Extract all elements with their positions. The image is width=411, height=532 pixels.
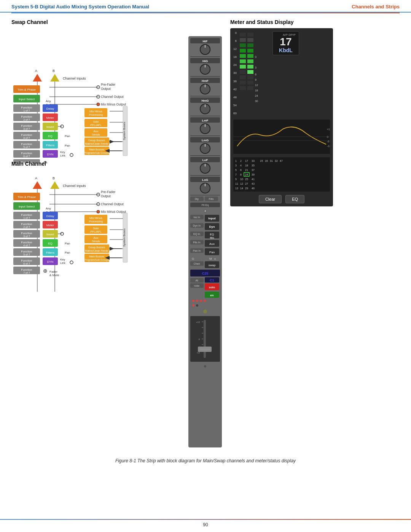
- svg-marker-94: [33, 181, 42, 189]
- svg-text:Trim & Phase: Trim & Phase: [18, 195, 36, 199]
- header-right-text: Channels and Strips: [352, 4, 400, 10]
- svg-text:LoF: LoF: [202, 158, 208, 162]
- svg-text:33: 33: [252, 160, 255, 162]
- svg-text:DYN: DYN: [47, 260, 54, 264]
- svg-text:2 of 7: 2 of 7: [23, 226, 30, 228]
- svg-text:Function: Function: [21, 268, 32, 272]
- svg-point-278: [192, 304, 194, 307]
- svg-text:swap: swap: [209, 264, 216, 267]
- svg-text:5 of 7: 5 of 7: [23, 253, 30, 256]
- eq-button[interactable]: EQ: [285, 195, 304, 203]
- level-value-large: 17: [276, 37, 296, 47]
- svg-point-277: [204, 300, 206, 302]
- svg-text:Dly: Dly: [195, 198, 199, 201]
- svg-rect-314: [247, 81, 253, 85]
- svg-rect-313: [247, 75, 253, 79]
- svg-text:Sends: Sends: [92, 240, 100, 243]
- svg-text:M: M: [209, 257, 212, 260]
- svg-rect-310: [247, 59, 253, 63]
- svg-text:Mix Minus: Mix Minus: [89, 110, 102, 113]
- svg-rect-308: [247, 49, 253, 53]
- svg-text:Pan: Pan: [209, 251, 215, 254]
- svg-text:Function: Function: [21, 152, 32, 155]
- svg-text:12: 12: [255, 84, 258, 86]
- svg-text:DYN: DYN: [47, 153, 54, 156]
- svg-text:Channel Inputs: Channel Inputs: [63, 77, 86, 80]
- svg-text:43: 43: [252, 182, 255, 185]
- svg-rect-312: [247, 70, 253, 74]
- svg-point-280: [203, 310, 207, 313]
- svg-point-78: [70, 153, 73, 157]
- svg-point-275: [196, 300, 198, 302]
- svg-text:HmG: HmG: [201, 99, 209, 102]
- svg-text:en: en: [210, 294, 213, 297]
- svg-text:-12: -12: [196, 351, 200, 354]
- svg-text:5 of 7: 5 of 7: [23, 146, 30, 149]
- svg-text:11: 11: [235, 182, 238, 185]
- svg-text:Sends: Sends: [92, 133, 100, 136]
- svg-text:Delay: Delay: [46, 214, 54, 218]
- svg-text:G: G: [192, 257, 194, 260]
- meter-status-title: Meter and Status Display: [230, 19, 400, 25]
- svg-text:12: 12: [240, 182, 243, 185]
- svg-text:10: 10: [240, 178, 243, 181]
- svg-text:A: A: [35, 176, 37, 180]
- svg-point-170: [70, 261, 73, 264]
- svg-rect-220: [190, 175, 220, 176]
- main-channel-title: Main Channel: [11, 161, 181, 167]
- svg-text:Ins In: Ins In: [193, 216, 200, 219]
- svg-text:3: 3: [235, 164, 237, 167]
- header-left-text: System 5-B Digital Audio Mixing System O…: [11, 4, 149, 10]
- svg-text:Aux: Aux: [94, 129, 99, 133]
- svg-text:Dyn: Dyn: [209, 225, 215, 228]
- svg-text:Input Select: Input Select: [19, 97, 35, 101]
- svg-text:Pan: Pan: [65, 144, 70, 147]
- svg-text:B: B: [53, 69, 55, 73]
- svg-point-276: [200, 300, 202, 302]
- svg-text:4 of 7: 4 of 7: [23, 137, 30, 139]
- svg-text:14: 14: [240, 187, 243, 190]
- svg-text:Aux: Aux: [94, 236, 99, 240]
- svg-text:Pan: Pan: [65, 134, 70, 138]
- svg-text:System Buses: System Buses: [123, 122, 126, 140]
- svg-text:Main Busses: Main Busses: [89, 148, 105, 151]
- eq-controls: Clear EQ: [233, 195, 330, 203]
- svg-text:Meter: Meter: [46, 224, 54, 227]
- svg-text:EQ In: EQ In: [193, 233, 200, 236]
- svg-point-293: [204, 365, 206, 367]
- svg-rect-302: [240, 75, 246, 79]
- svg-rect-298: [240, 54, 246, 58]
- svg-text:A: A: [35, 69, 37, 73]
- svg-text:1 of 7: 1 of 7: [23, 109, 30, 112]
- svg-text:Key: Key: [60, 258, 65, 261]
- svg-text:17: 17: [245, 160, 248, 162]
- svg-rect-210: [190, 136, 220, 136]
- svg-text:3 of 7: 3 of 7: [23, 235, 30, 238]
- svg-rect-309: [247, 54, 253, 58]
- svg-text:-12: -12: [327, 145, 330, 147]
- svg-rect-195: [190, 76, 220, 77]
- svg-text:46: 46: [252, 187, 255, 190]
- svg-text:Trim & Phase: Trim & Phase: [18, 88, 36, 91]
- svg-text:Link: Link: [60, 154, 65, 157]
- svg-text:30: 30: [255, 100, 258, 102]
- svg-text:C25: C25: [202, 272, 209, 275]
- svg-text:HmF: HmF: [202, 79, 209, 83]
- svg-text:Filters: Filters: [46, 251, 54, 254]
- svg-text:Pan: Pan: [65, 242, 70, 245]
- svg-text:Main Busses: Main Busses: [89, 255, 105, 258]
- svg-text:Any: Any: [46, 99, 51, 103]
- clear-button[interactable]: Clear: [259, 195, 282, 203]
- svg-text:Any: Any: [46, 207, 51, 210]
- meter-bars-area: 0 6 12 18 24 30 36 42 48 54 60: [233, 31, 330, 117]
- page-number: 90: [203, 522, 208, 527]
- strip-column: HiF HiG HmF HmG: [186, 34, 225, 454]
- svg-rect-305: [247, 33, 253, 37]
- svg-text:Input Select: Input Select: [19, 205, 35, 208]
- svg-text:PFL/AFL: PFL/AFL: [90, 123, 102, 127]
- svg-text:24: 24: [255, 94, 258, 97]
- svg-text:Solo: Solo: [93, 227, 99, 230]
- svg-text:32: 32: [275, 160, 278, 162]
- svg-text:x: x: [214, 257, 216, 260]
- svg-text:Group Busses: Group Busses: [88, 246, 105, 249]
